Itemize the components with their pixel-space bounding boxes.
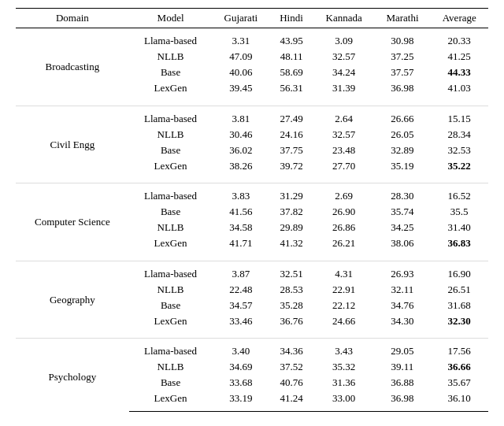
cell-kannada: 35.32 xyxy=(313,359,375,375)
cell-gujarati: 30.46 xyxy=(212,127,269,143)
cell-model: Llama-based xyxy=(129,183,213,205)
cell-kannada: 27.70 xyxy=(313,158,375,179)
cell-kannada: 26.86 xyxy=(313,220,375,235)
cell-gujarati: 34.58 xyxy=(212,220,269,235)
cell-marathi: 26.05 xyxy=(375,127,431,143)
cell-hindi: 27.49 xyxy=(269,106,313,127)
cell-average: 35.5 xyxy=(430,204,488,220)
cell-average: 31.40 xyxy=(430,220,488,235)
cell-kannada: 31.39 xyxy=(313,80,375,101)
cell-kannada: 3.43 xyxy=(313,339,375,360)
cell-gujarati: 3.81 xyxy=(212,106,269,127)
table-row: Civil EnggLlama-based3.8127.492.6426.661… xyxy=(16,106,488,127)
cell-model: LexGen xyxy=(129,313,213,334)
cell-marathi: 36.88 xyxy=(375,375,431,391)
cell-marathi: 32.11 xyxy=(375,282,431,298)
cell-model: Base xyxy=(129,65,213,80)
cell-hindi: 37.82 xyxy=(269,204,313,220)
cell-model: LexGen xyxy=(129,391,213,412)
cell-hindi: 37.75 xyxy=(269,143,313,158)
cell-domain: Psychology xyxy=(16,339,129,412)
table-row: BroadcastingLlama-based3.3143.953.0930.9… xyxy=(16,28,488,50)
cell-gujarati: 33.19 xyxy=(212,391,269,412)
cell-average: 36.10 xyxy=(430,391,488,412)
cell-marathi: 39.11 xyxy=(375,359,431,375)
cell-model: Llama-based xyxy=(129,261,213,282)
header-row: Domain Model Gujarati Hindi Kannada Mara… xyxy=(16,9,488,28)
cell-gujarati: 33.46 xyxy=(212,313,269,334)
cell-domain: Civil Engg xyxy=(16,106,129,179)
header-kannada: Kannada xyxy=(313,9,375,28)
cell-marathi: 34.25 xyxy=(375,220,431,235)
cell-domain: Geography xyxy=(16,261,129,334)
cell-marathi: 35.19 xyxy=(375,158,431,179)
cell-marathi: 26.66 xyxy=(375,106,431,127)
cell-gujarati: 34.57 xyxy=(212,298,269,313)
cell-model: Base xyxy=(129,375,213,391)
cell-kannada: 31.36 xyxy=(313,375,375,391)
cell-average: 41.03 xyxy=(430,80,488,101)
cell-average: 36.66 xyxy=(430,359,488,375)
cell-kannada: 32.57 xyxy=(313,49,375,65)
header-hindi: Hindi xyxy=(269,9,313,28)
cell-model: Llama-based xyxy=(129,339,213,360)
cell-marathi: 34.30 xyxy=(375,313,431,334)
cell-hindi: 28.53 xyxy=(269,282,313,298)
results-table: Domain Model Gujarati Hindi Kannada Mara… xyxy=(16,8,488,412)
cell-marathi: 36.98 xyxy=(375,80,431,101)
cell-average: 44.33 xyxy=(430,65,488,80)
cell-model: Llama-based xyxy=(129,28,213,50)
cell-marathi: 26.93 xyxy=(375,261,431,282)
cell-average: 15.15 xyxy=(430,106,488,127)
cell-kannada: 2.64 xyxy=(313,106,375,127)
cell-marathi: 37.25 xyxy=(375,49,431,65)
cell-marathi: 36.98 xyxy=(375,391,431,412)
cell-average: 28.34 xyxy=(430,127,488,143)
cell-hindi: 41.24 xyxy=(269,391,313,412)
cell-hindi: 31.29 xyxy=(269,183,313,205)
header-marathi: Marathi xyxy=(375,9,431,28)
cell-average: 26.51 xyxy=(430,282,488,298)
cell-model: NLLB xyxy=(129,127,213,143)
cell-model: NLLB xyxy=(129,49,213,65)
cell-kannada: 26.90 xyxy=(313,204,375,220)
cell-model: Base xyxy=(129,143,213,158)
cell-gujarati: 36.02 xyxy=(212,143,269,158)
cell-model: NLLB xyxy=(129,282,213,298)
cell-kannada: 32.57 xyxy=(313,127,375,143)
cell-kannada: 3.09 xyxy=(313,28,375,50)
cell-kannada: 34.24 xyxy=(313,65,375,80)
table-container: Domain Model Gujarati Hindi Kannada Mara… xyxy=(0,0,504,420)
cell-average: 31.68 xyxy=(430,298,488,313)
cell-marathi: 37.57 xyxy=(375,65,431,80)
header-average: Average xyxy=(430,9,488,28)
cell-gujarati: 41.56 xyxy=(212,204,269,220)
cell-average: 35.22 xyxy=(430,158,488,179)
cell-marathi: 38.06 xyxy=(375,235,431,256)
cell-kannada: 22.12 xyxy=(313,298,375,313)
cell-gujarati: 38.26 xyxy=(212,158,269,179)
cell-hindi: 56.31 xyxy=(269,80,313,101)
cell-hindi: 41.32 xyxy=(269,235,313,256)
cell-model: Llama-based xyxy=(129,106,213,127)
cell-gujarati: 39.45 xyxy=(212,80,269,101)
cell-domain: Computer Science xyxy=(16,183,129,257)
cell-kannada: 24.66 xyxy=(313,313,375,334)
cell-hindi: 48.11 xyxy=(269,49,313,65)
cell-marathi: 29.05 xyxy=(375,339,431,360)
cell-marathi: 34.76 xyxy=(375,298,431,313)
cell-model: NLLB xyxy=(129,220,213,235)
cell-hindi: 29.89 xyxy=(269,220,313,235)
cell-average: 32.53 xyxy=(430,143,488,158)
cell-average: 16.52 xyxy=(430,183,488,205)
cell-kannada: 4.31 xyxy=(313,261,375,282)
cell-hindi: 35.28 xyxy=(269,298,313,313)
cell-hindi: 34.36 xyxy=(269,339,313,360)
cell-hindi: 40.76 xyxy=(269,375,313,391)
cell-average: 20.33 xyxy=(430,28,488,50)
cell-hindi: 36.76 xyxy=(269,313,313,334)
cell-hindi: 43.95 xyxy=(269,28,313,50)
cell-model: NLLB xyxy=(129,359,213,375)
header-domain: Domain xyxy=(16,9,129,28)
cell-gujarati: 22.48 xyxy=(212,282,269,298)
